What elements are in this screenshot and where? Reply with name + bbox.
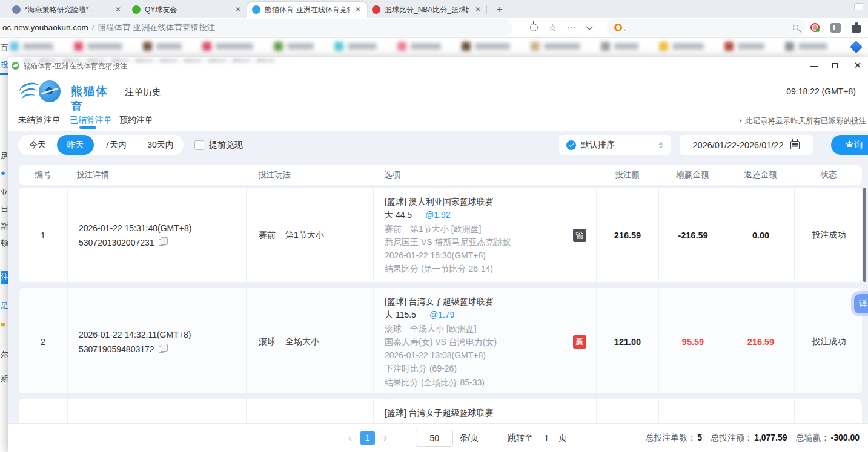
- bookmark-item[interactable]: [10, 42, 53, 51]
- tab-favicon: [12, 5, 21, 14]
- tab-unsettled[interactable]: 未结算注单: [18, 115, 61, 126]
- tab-favicon: [372, 5, 380, 14]
- next-page-icon[interactable]: ›: [380, 432, 391, 444]
- bookmark-item[interactable]: [601, 42, 638, 51]
- result-score: 结果比分 (全场比分 85-33): [385, 376, 596, 389]
- col-play: 投注玩法: [246, 165, 373, 185]
- reader-mode-icon[interactable]: [530, 24, 538, 31]
- bookmark-cube-icon[interactable]: [850, 41, 863, 53]
- bookmark-item[interactable]: [785, 42, 827, 51]
- live-score: 下注时比分 (69-26): [385, 362, 596, 375]
- bet-status: 投注成功: [794, 188, 863, 283]
- col-no: 编号: [19, 165, 67, 185]
- copy-icon[interactable]: [159, 346, 165, 353]
- tab-close-icon[interactable]: ✕: [354, 5, 362, 14]
- bookmarks-bar: 百: [0, 38, 868, 57]
- bookmark-item[interactable]: [74, 42, 122, 51]
- page-size-input[interactable]: 50: [416, 430, 453, 447]
- extensions-puzzle-icon[interactable]: [852, 25, 861, 33]
- url-input[interactable]: oc-new.youbaokun.com / 熊猫体育-亚洲在线体育竞猜投注: [0, 19, 512, 36]
- new-tab-button[interactable]: +: [493, 4, 506, 18]
- left-strip-fragment: 顿: [1, 237, 8, 249]
- range-yesterday-active[interactable]: 昨天: [57, 135, 94, 155]
- left-strip-underline: [0, 73, 8, 75]
- browser-tab-2[interactable]: QY球友会 ✕: [127, 2, 247, 18]
- maximize-icon: [832, 63, 838, 68]
- extension-red-badge-icon[interactable]: [810, 23, 820, 32]
- window-maximize-icon[interactable]: [854, 3, 863, 10]
- bookmark-item[interactable]: [462, 42, 510, 51]
- return-amount: 216.59: [747, 337, 774, 347]
- left-strip-fragment: 足: [1, 300, 8, 312]
- page-title: 注单历史: [125, 87, 161, 98]
- odds[interactable]: @1.79: [429, 310, 454, 319]
- left-strip-fragment: 足: [1, 150, 8, 162]
- search-icon[interactable]: [793, 25, 798, 30]
- bookmark-item[interactable]: [659, 42, 704, 51]
- bookmark-item[interactable]: [724, 42, 764, 51]
- bookmark-item[interactable]: [274, 42, 314, 51]
- col-return: 返还金额: [727, 165, 794, 185]
- totals-summary: 总投注单数：5 总投注额：1,077.59 总输赢：-300.00: [645, 424, 860, 452]
- bookmark-text-fragment[interactable]: 百: [1, 42, 8, 53]
- chevron-down-icon[interactable]: [586, 23, 593, 30]
- bet-id: 5307190594803172: [79, 342, 154, 356]
- league-name: [篮球] 澳大利亚国家篮球联赛: [385, 195, 596, 208]
- search-engine-logo-icon[interactable]: [614, 24, 622, 31]
- current-page-button[interactable]: 1: [360, 431, 375, 445]
- more-options-icon[interactable]: ⋯: [567, 22, 577, 33]
- play-type-cell: 滚球全场大小: [246, 288, 373, 394]
- odds[interactable]: @1.92: [425, 210, 450, 220]
- range-7days[interactable]: 7天内: [94, 140, 137, 151]
- sort-select[interactable]: 默认排序: [559, 135, 671, 155]
- early-cashout-option[interactable]: 提前兑现: [194, 140, 243, 151]
- bet-detail-cell: 2026-01-22 15:31:40(GMT+8) 5307201302007…: [67, 188, 246, 283]
- tab-settled-active[interactable]: 已结算注单: [70, 115, 112, 126]
- browser-search-box[interactable]: ,: [607, 19, 806, 36]
- clock: 09:18:22 (GMT+8): [786, 87, 856, 96]
- range-30days[interactable]: 30天内: [137, 140, 184, 151]
- jump-page-value[interactable]: 1: [544, 433, 549, 443]
- bookmark-item[interactable]: [202, 42, 253, 51]
- early-cashout-checkbox[interactable]: [194, 140, 204, 150]
- popup-header: 熊猫体育 PANDA SPORTS 注单历史 09:18:22 (GMT+8): [8, 73, 868, 111]
- calendar-icon[interactable]: [790, 141, 800, 149]
- left-strip-fragment: ●: [1, 167, 5, 179]
- bookmark-item[interactable]: [334, 42, 377, 51]
- translate-button[interactable]: 译: [854, 294, 868, 313]
- search-engine-dropdown-icon[interactable]: ,: [624, 24, 626, 31]
- popup-close-button[interactable]: ✕: [847, 57, 868, 73]
- tab-close-icon[interactable]: ✕: [474, 5, 482, 14]
- option-cell: [篮球] 澳大利亚国家篮球联赛 大 44.5@1.92 赛前 第1节大小 [欧洲…: [373, 188, 596, 283]
- result-score: 结果比分 (第一节比分 26-14): [385, 262, 596, 275]
- range-today[interactable]: 今天: [18, 140, 57, 151]
- popup-minimize-button[interactable]: —: [804, 57, 824, 73]
- browser-tab-4[interactable]: 篮球比分_NBA比分_篮球比... ✕: [367, 2, 487, 18]
- bookmark-item[interactable]: [143, 42, 182, 51]
- copy-icon[interactable]: [159, 239, 165, 246]
- bet-id: 5307201302007231: [79, 235, 154, 250]
- total-stake-value: 1,077.59: [754, 433, 787, 442]
- browser-tab-3-active[interactable]: 熊猫体育-亚洲在线体育竞猜 ✕: [247, 2, 367, 18]
- reading-list-icon[interactable]: [830, 23, 841, 33]
- date-range-input[interactable]: 2026/01/22-2026/01/22: [680, 135, 813, 155]
- active-tab-underline: [79, 126, 96, 129]
- tab-close-icon[interactable]: ✕: [114, 5, 122, 14]
- prev-page-icon[interactable]: ‹: [345, 432, 356, 444]
- bookmark-item[interactable]: [397, 42, 441, 51]
- return-amount: 0.00: [752, 231, 769, 240]
- tab-reserved[interactable]: 预约注单: [119, 115, 153, 126]
- bookmark-item[interactable]: [531, 42, 580, 51]
- left-strip-fragment: 日: [1, 203, 8, 215]
- browser-tab-1[interactable]: *海燕策略研究論壇* - ✕: [7, 2, 127, 18]
- query-button[interactable]: 查询: [831, 135, 868, 155]
- col-stake: 投注额: [596, 165, 658, 185]
- tab-title: 熊猫体育-亚洲在线体育竞猜: [265, 5, 350, 15]
- popup-maximize-button[interactable]: [824, 57, 845, 73]
- table-header: 编号 投注详情 投注玩法 选项 投注额 输赢金额 返还金额 状态: [18, 165, 863, 185]
- tab-close-icon[interactable]: ✕: [234, 5, 242, 14]
- match-teams: 悉尼国王 VS 塔斯马尼亚杰克跳蚁: [385, 235, 596, 249]
- scrollbar-thumb[interactable]: [863, 188, 866, 282]
- bookmark-star-icon[interactable]: ☆: [548, 23, 557, 33]
- left-strip-fragment: 斯: [1, 220, 8, 232]
